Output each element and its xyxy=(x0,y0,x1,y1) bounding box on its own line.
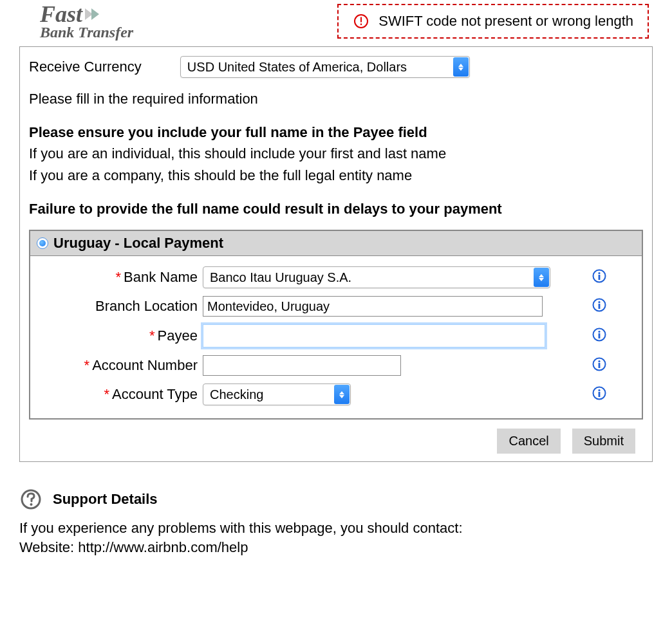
main-panel: Receive Currency USD United States of Am… xyxy=(19,46,653,462)
svg-rect-11 xyxy=(599,333,601,338)
currency-value: USD United States of America, Dollars xyxy=(187,60,407,75)
svg-point-13 xyxy=(598,360,600,362)
currency-label: Receive Currency xyxy=(29,59,142,75)
required-marker: * xyxy=(104,386,110,402)
bank-name-value: Banco Itau Uruguay S.A. xyxy=(210,270,351,285)
support-section: Support Details If you experience any pr… xyxy=(19,488,653,557)
bank-name-label: Bank Name xyxy=(124,269,198,285)
branch-location-input[interactable] xyxy=(203,296,543,317)
logo-arrow-icon xyxy=(84,6,102,23)
cancel-button[interactable]: Cancel xyxy=(497,429,560,454)
info-icon[interactable] xyxy=(592,297,607,313)
instr-line4: If you are a company, this should be the… xyxy=(29,166,643,185)
payment-title: Uruguay - Local Payment xyxy=(53,235,223,252)
required-marker: * xyxy=(115,269,121,285)
account-type-label: Account Type xyxy=(112,386,198,402)
svg-point-16 xyxy=(598,389,600,391)
alert-text: SWIFT code not present or wrong length xyxy=(378,13,633,30)
svg-point-19 xyxy=(30,503,33,506)
alert-icon xyxy=(353,13,369,30)
payee-label: Payee xyxy=(158,328,198,344)
support-text2: Website: http://www.airbnb.com/help xyxy=(19,538,653,557)
account-type-select[interactable]: Checking xyxy=(203,383,351,405)
bank-name-select[interactable]: Banco Itau Uruguay S.A. xyxy=(203,266,550,288)
alert-banner: SWIFT code not present or wrong length xyxy=(337,4,649,39)
logo-line2: Bank Transfer xyxy=(40,24,133,40)
payment-method-radio[interactable]: Uruguay - Local Payment xyxy=(30,231,642,256)
instructions: Please fill in the required information … xyxy=(29,89,643,218)
info-icon[interactable] xyxy=(592,327,607,342)
required-marker: * xyxy=(149,328,155,344)
account-type-value: Checking xyxy=(210,387,263,402)
svg-rect-2 xyxy=(360,24,362,26)
account-number-label: Account Number xyxy=(92,357,198,373)
account-number-input[interactable] xyxy=(203,355,401,376)
instr-line3: If you are an individual, this should in… xyxy=(29,144,643,163)
svg-rect-17 xyxy=(599,392,601,397)
info-icon[interactable] xyxy=(592,385,607,401)
svg-rect-8 xyxy=(599,304,601,309)
svg-rect-14 xyxy=(599,363,601,368)
svg-rect-1 xyxy=(360,17,362,23)
question-icon xyxy=(19,488,42,511)
logo-line1: Fast xyxy=(40,3,82,26)
instr-line1: Please fill in the required information xyxy=(29,89,643,109)
svg-rect-5 xyxy=(599,275,601,280)
svg-point-4 xyxy=(598,272,600,274)
select-stepper-icon xyxy=(453,57,469,77)
support-title: Support Details xyxy=(53,491,158,508)
required-marker: * xyxy=(84,357,90,373)
branch-location-label: Branch Location xyxy=(95,298,198,314)
payee-input[interactable] xyxy=(203,324,545,347)
info-icon[interactable] xyxy=(592,356,607,372)
payment-panel: Uruguay - Local Payment *Bank Name Banco… xyxy=(29,230,643,420)
radio-selected-icon xyxy=(37,237,48,249)
currency-select[interactable]: USD United States of America, Dollars xyxy=(180,56,470,78)
select-stepper-icon xyxy=(334,385,350,404)
select-stepper-icon xyxy=(534,268,549,287)
svg-point-7 xyxy=(598,301,600,303)
instr-line5: Failure to provide the full name could r… xyxy=(29,199,643,219)
info-icon[interactable] xyxy=(592,268,607,284)
submit-button[interactable]: Submit xyxy=(572,429,635,454)
logo: Fast Bank Transfer xyxy=(19,3,133,40)
support-text1: If you experience any problems with this… xyxy=(19,519,653,538)
instr-line2: Please ensure you include your full name… xyxy=(29,123,643,142)
svg-point-10 xyxy=(598,331,600,333)
